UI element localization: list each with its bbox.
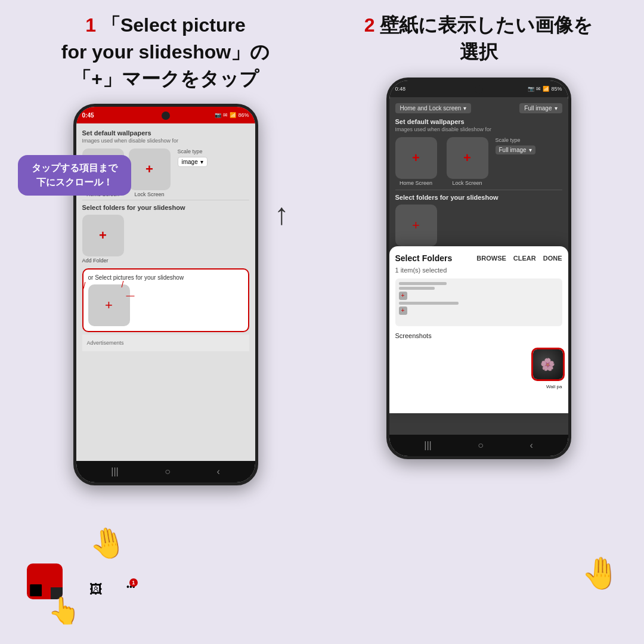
- right-nav-home[interactable]: ○: [478, 440, 484, 451]
- left-nav-home[interactable]: ○: [165, 466, 171, 477]
- right-phone-inner: 0:48 📷 ✉ 📶 85% Home and Lock screen: [389, 80, 568, 456]
- right-hand-tap: 🤚: [581, 555, 620, 592]
- left-nav-recent[interactable]: |||: [111, 466, 118, 477]
- right-wallpaper-thumb-selected[interactable]: 🌸: [531, 348, 565, 381]
- left-up-arrow: ↑: [274, 197, 289, 231]
- right-phone-content: Home and Lock screen ▾ Full image ▾ Set …: [389, 97, 568, 435]
- right-panel-title: Select Folders: [395, 253, 453, 263]
- right-panel: 2 壁紙に表示したい画像を選択 0:48 📷 ✉ 📶 85%: [325, 12, 632, 632]
- dots-icon[interactable]: •••1: [126, 582, 135, 597]
- sparkle1: /: [83, 281, 86, 290]
- left-step-title: 1 「Select picturefor your slideshow」の「+」…: [61, 12, 270, 92]
- right-select-folders-panel: Select Folders BROWSE CLEAR DONE 1 item(…: [389, 246, 568, 413]
- landscape-icon: 🌄: [29, 584, 42, 597]
- right-phone: 0:48 📷 ✉ 📶 85% Home and Lock screen: [386, 78, 571, 459]
- left-scale-info: Scale type image ▾: [178, 148, 208, 167]
- right-scale-dropdown[interactable]: Full image ▾: [496, 145, 535, 154]
- right-status-icons: 📷 ✉ 📶 85%: [528, 86, 562, 92]
- left-divider1: [82, 200, 249, 200]
- left-nav-bar: ||| ○ ‹: [76, 461, 255, 482]
- mini-preview-content: + +: [399, 282, 559, 315]
- right-clear-btn[interactable]: CLEAR: [513, 255, 536, 262]
- right-add-folder-btn[interactable]: +: [395, 205, 437, 246]
- right-mini-preview: + +: [395, 278, 562, 326]
- right-folder-title: Select folders for your slideshow: [395, 194, 562, 201]
- left-ads-bar: Advertisements: [82, 335, 249, 351]
- left-set-default-title: Set default wallpapers: [82, 129, 249, 137]
- left-status-icons: 📷 ✉ 📶 86%: [215, 112, 249, 118]
- right-done-btn[interactable]: DONE: [543, 255, 562, 262]
- left-lock-label: Lock Screen: [134, 191, 164, 197]
- right-nav-bar: ||| ○ ‹: [389, 435, 568, 456]
- left-add-folder-btn[interactable]: +: [82, 215, 124, 256]
- right-wallpaper-row: + Home Screen + Lock Screen Scale type F…: [395, 137, 562, 186]
- right-home-lock-row: Home and Lock screen ▾ Full image ▾: [395, 103, 562, 113]
- right-scale-label: Scale type: [496, 137, 535, 143]
- right-panel-actions: BROWSE CLEAR DONE: [476, 255, 562, 262]
- right-nav-back[interactable]: ‹: [530, 440, 532, 451]
- right-panel-header: Select Folders BROWSE CLEAR DONE: [395, 253, 562, 263]
- right-lock-label: Lock Screen: [452, 180, 482, 186]
- flower-icon: 🌸: [540, 357, 555, 371]
- sparkle3: —: [126, 290, 135, 300]
- left-add-folder-label: Add Folder: [82, 258, 109, 264]
- left-camera: [162, 112, 170, 120]
- mini-row2: [399, 287, 559, 290]
- left-step-number: 1: [85, 14, 96, 36]
- left-or-select-title: or Select pictures for your slideshow: [88, 274, 243, 281]
- right-screenshots-row[interactable]: Screenshots: [395, 329, 562, 343]
- right-home-lock-dropdown[interactable]: Home and Lock screen ▾: [395, 103, 472, 113]
- left-tooltip: タップする項目まで下にスクロール！: [18, 155, 131, 196]
- left-time: 0:45: [82, 112, 94, 119]
- right-set-default-title: Set default wallpapers: [395, 118, 562, 125]
- left-or-select-btn[interactable]: +: [88, 284, 130, 326]
- left-hand-tap: 🤚: [86, 523, 129, 564]
- right-screenshots-label: Screenshots: [395, 332, 432, 339]
- photos-icon[interactable]: 🖼: [89, 582, 103, 597]
- right-divider1: [395, 190, 562, 190]
- left-nav-back[interactable]: ‹: [216, 466, 219, 477]
- right-browse-btn[interactable]: BROWSE: [476, 255, 506, 262]
- right-step-number: 2: [364, 14, 375, 36]
- right-scale-info: Scale type Full image ▾: [496, 137, 535, 154]
- right-nav-recent[interactable]: |||: [424, 440, 431, 451]
- left-or-select-section: or Select pictures for your slideshow + …: [82, 268, 249, 332]
- mini-row5: +: [399, 306, 559, 315]
- right-home-thumb[interactable]: +: [395, 137, 437, 179]
- right-time: 0:48: [395, 86, 406, 92]
- left-set-default-sub: Images used when disable slideshow for: [82, 138, 249, 144]
- right-set-default-sub: Images used when disable slideshow for: [395, 126, 562, 132]
- right-step-title: 2 壁紙に表示したい画像を選択: [364, 12, 593, 66]
- right-selected-count: 1 item(s) selected: [395, 267, 562, 274]
- left-folder-title: Select folders for your slideshow: [82, 204, 249, 211]
- right-wallpa-label: Wall pa: [546, 384, 562, 389]
- left-panel: 1 「Select picturefor your slideshow」の「+」…: [12, 12, 319, 632]
- sparkle2: /: [122, 280, 124, 289]
- mini-row1: [399, 282, 559, 285]
- right-lock-thumb[interactable]: +: [447, 137, 488, 179]
- left-bottom-icons: 🖼 •••1: [89, 582, 135, 597]
- left-app-icon[interactable]: 🌄: [27, 564, 63, 599]
- main-container: 1 「Select picturefor your slideshow」の「+」…: [0, 0, 644, 644]
- right-home-label: Home Screen: [400, 180, 432, 186]
- left-scale-label: Scale type: [178, 148, 208, 154]
- right-camera: [475, 85, 483, 94]
- left-bottom-hand: 👆: [48, 595, 80, 626]
- left-lock-thumb[interactable]: +: [129, 148, 171, 190]
- mini-row3: +: [399, 292, 559, 300]
- mini-row4: [399, 302, 559, 305]
- right-full-image-dropdown[interactable]: Full image ▾: [519, 103, 562, 113]
- left-scale-dropdown[interactable]: image ▾: [178, 157, 208, 167]
